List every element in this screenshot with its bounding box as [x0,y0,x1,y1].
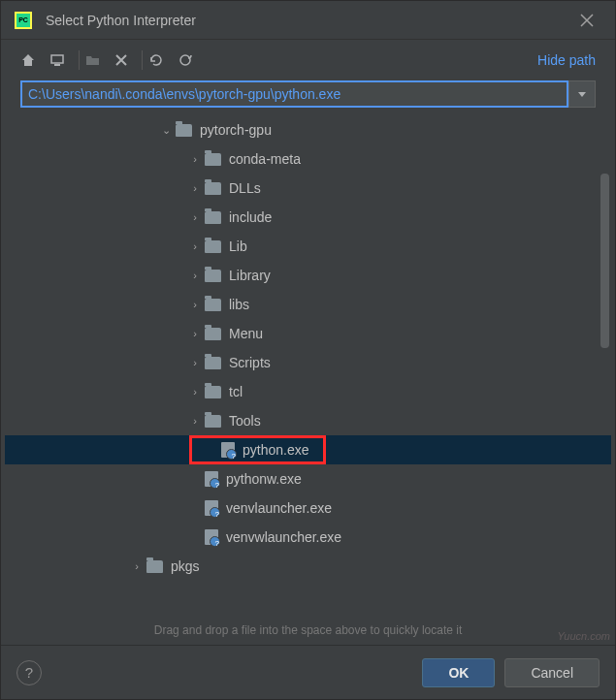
node-label: include [229,209,272,225]
folder-icon [205,211,221,224]
node-label: venvwlauncher.exe [226,529,341,545]
chevron-right-icon[interactable]: › [189,211,201,223]
file-icon: ? [205,471,218,487]
folder-node[interactable]: ›pkgs [5,552,611,581]
chevron-right-icon[interactable]: › [189,386,201,398]
file-node[interactable]: ?venvlauncher.exe [5,493,611,523]
path-row [1,80,615,113]
path-input[interactable] [20,80,568,108]
chevron-right-icon[interactable]: › [189,357,201,368]
folder-node[interactable]: ⌄pytorch-gpu [5,115,611,144]
node-label: python.exe [243,442,309,458]
new-folder-icon[interactable] [85,52,101,68]
close-button[interactable] [572,10,601,31]
file-tree[interactable]: ⌄pytorch-gpu›conda-meta›DLLs›include›Lib… [5,115,611,618]
chevron-right-icon[interactable]: › [189,328,201,339]
file-node[interactable]: ?venvwlauncher.exe [5,523,611,552]
folder-icon [205,415,221,428]
separator [142,50,143,70]
folder-icon [146,560,163,573]
chevron-right-icon[interactable]: › [189,240,201,252]
home-icon[interactable] [20,52,36,68]
folder-node[interactable]: ›tcl [5,377,611,406]
folder-node[interactable]: ›Lib [5,232,611,261]
titlebar: PC Select Python Interpreter [1,1,615,40]
file-node[interactable]: ?python.exe [5,435,611,464]
node-label: Library [229,268,271,283]
cancel-button[interactable]: Cancel [504,658,600,687]
chevron-right-icon[interactable]: › [189,153,201,165]
watermark: Yuucn.com [557,630,610,642]
folder-node[interactable]: ›conda-meta [5,144,611,174]
folder-node[interactable]: ›Scripts [5,348,611,377]
chevron-right-icon[interactable]: › [189,415,201,427]
dialog: PC Select Python Interpreter Hide path [0,0,616,700]
folder-icon [205,357,221,369]
folder-icon [205,153,221,166]
refresh-icon[interactable] [148,52,164,68]
desktop-icon[interactable] [49,52,65,68]
file-icon: ? [221,442,235,458]
node-label: pythonw.exe [226,471,302,487]
chevron-down-icon[interactable]: ⌄ [160,124,172,137]
separator [79,50,80,70]
hide-path-link[interactable]: Hide path [537,52,596,68]
help-button[interactable]: ? [16,660,42,685]
node-label: pkgs [171,558,200,574]
scrollbar[interactable] [600,174,609,348]
ok-button[interactable]: OK [422,658,495,687]
node-label: conda-meta [229,151,301,167]
node-label: Tools [229,413,261,429]
folder-icon [205,299,221,311]
folder-icon [205,270,221,282]
node-label: tcl [229,384,243,399]
path-dropdown[interactable] [568,80,596,108]
folder-node[interactable]: ›DLLs [5,174,611,203]
node-label: pytorch-gpu [200,122,272,138]
hint-text: Drag and drop a file into the space abov… [1,618,615,645]
file-icon: ? [205,500,218,516]
folder-node[interactable]: ›Tools [5,406,611,435]
dialog-title: Select Python Interpreter [46,13,572,28]
pycharm-icon: PC [15,12,32,29]
footer: ? OK Cancel [1,645,615,699]
folder-node[interactable]: ›include [5,203,611,232]
svg-point-2 [180,55,190,65]
file-icon: ? [205,529,218,545]
svg-rect-0 [51,55,63,63]
folder-icon [205,328,221,340]
folder-icon [205,240,221,253]
svg-rect-1 [54,64,60,66]
toolbar: Hide path [1,40,615,80]
folder-icon [205,182,221,195]
chevron-right-icon[interactable]: › [131,560,143,572]
folder-node[interactable]: ›libs [5,290,611,319]
chevron-right-icon[interactable]: › [189,182,201,194]
delete-icon[interactable] [114,53,128,67]
node-label: venvlauncher.exe [226,500,332,516]
node-label: Lib [229,239,247,254]
folder-node[interactable]: ›Menu [5,319,611,348]
node-label: DLLs [229,180,261,196]
selection-highlight: ?python.exe [189,435,326,464]
folder-icon [205,386,221,398]
node-label: libs [229,297,249,312]
show-hidden-icon[interactable] [178,52,193,68]
file-node[interactable]: ?pythonw.exe [5,464,611,493]
chevron-right-icon[interactable]: › [189,299,201,310]
node-label: Scripts [229,355,271,370]
folder-node[interactable]: ›Library [5,261,611,290]
folder-icon [176,124,192,137]
node-label: Menu [229,326,263,341]
chevron-right-icon[interactable]: › [189,270,201,281]
